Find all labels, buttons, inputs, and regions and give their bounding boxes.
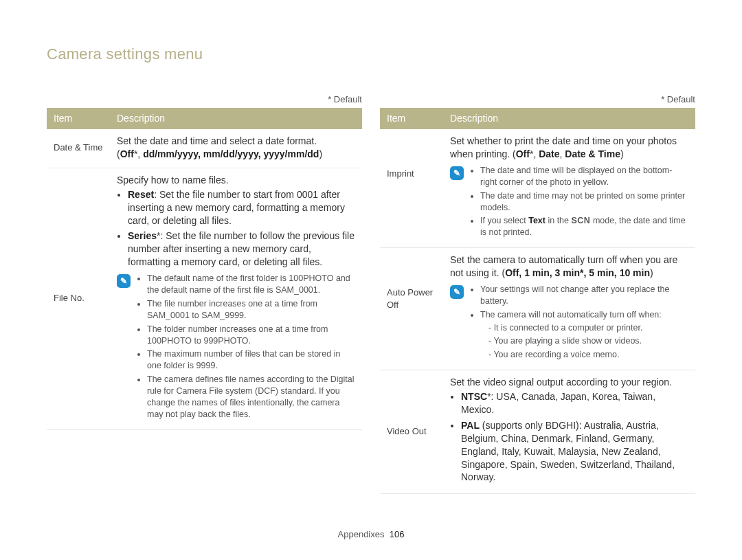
page-footer: Appendixes 106 [0,528,742,541]
row-file-no: File No. Specify how to name files. Rese… [47,168,362,429]
row-auto-power-off: Auto Power Off Set the camera to automat… [380,248,695,370]
file-no-options: Reset: Set the file number to start from… [117,188,355,269]
desc-text: Set the camera to automatically turn off… [450,254,688,280]
page-title: Camera settings menu [47,44,695,65]
right-table: Item Description Imprint Set whether to … [380,108,695,494]
note-icon: ✎ [450,285,464,299]
right-column: * Default Item Description Imprint Set w… [380,93,695,495]
desc-cell: Set the camera to automatically turn off… [443,248,695,370]
sub-list: It is connected to a computer or printer… [480,322,688,361]
page: Camera settings menu * Default Item Desc… [0,0,742,560]
item-label: Video Out [380,370,443,494]
header-desc: Description [443,108,695,129]
item-label: File No. [47,168,110,429]
sub-item: You are playing a slide show or videos. [488,335,688,347]
desc-cell: Set whether to print the date and time o… [443,129,695,248]
row-date-time: Date & Time Set the date and time and se… [47,129,362,168]
left-column: * Default Item Description Date & Time S… [47,93,362,495]
list-item: Reset: Set the file number to start from… [128,188,355,227]
desc-cell: Specify how to name files. Reset: Set th… [110,168,362,429]
desc-text: Set the video signal output according to… [450,376,688,389]
desc-intro: Specify how to name files. [117,174,355,187]
list-item: Series*: Set the file number to follow t… [128,229,355,269]
note-item: The maximum number of files that can be … [147,348,355,372]
header-desc: Description [110,108,362,129]
note-item: The camera will not automatically turn o… [480,309,688,361]
note-block: ✎ Your settings will not change after yo… [450,284,688,363]
note-block: ✎ The date and time will be displayed on… [450,165,688,240]
footer-section: Appendixes [338,529,385,539]
footer-page-number: 106 [390,529,405,539]
default-note-left: * Default [47,93,362,106]
sub-item: You are recording a voice memo. [488,349,688,361]
desc-formats: (Off*, dd/mm/yyyy, mm/dd/yyyy, yyyy/mm/d… [117,148,355,161]
row-video-out: Video Out Set the video signal output ac… [380,370,695,494]
list-item: PAL (supports only BDGHI): Australia, Au… [461,419,688,484]
content-columns: * Default Item Description Date & Time S… [47,93,695,495]
left-table: Item Description Date & Time Set the dat… [47,108,362,429]
note-list: The default name of the first folder is … [137,273,355,423]
table-header: Item Description [47,108,362,129]
header-item: Item [47,108,110,129]
note-list: The date and time will be displayed on t… [471,165,688,240]
note-item: The camera defines file names according … [147,374,355,421]
note-item: If you select Text in the SCN mode, the … [480,215,688,238]
desc-text: Set the date and time and select a date … [117,135,355,148]
item-label: Date & Time [47,129,110,168]
list-item: NTSC*: USA, Canada, Japan, Korea, Taiwan… [461,390,688,416]
note-list: Your settings will not change after you … [471,284,688,363]
header-item: Item [380,108,443,129]
note-block: ✎ The default name of the first folder i… [117,273,355,423]
desc-text: Set whether to print the date and time o… [450,135,688,161]
sub-item: It is connected to a computer or printer… [488,322,688,334]
table-header: Item Description [380,108,695,129]
note-item: The date and time will be displayed on t… [480,165,688,188]
note-icon: ✎ [117,274,131,288]
item-label: Imprint [380,129,443,248]
note-item: Your settings will not change after you … [480,284,688,307]
default-note-right: * Default [380,93,695,106]
note-item: The folder number increases one at a tim… [147,324,355,347]
note-item: The date and time may not be printed on … [480,190,688,214]
video-out-options: NTSC*: USA, Canada, Japan, Korea, Taiwan… [450,390,688,484]
row-imprint: Imprint Set whether to print the date an… [380,129,695,248]
note-icon: ✎ [450,166,464,180]
desc-cell: Set the video signal output according to… [443,370,695,494]
desc-cell: Set the date and time and select a date … [110,129,362,168]
note-item: The default name of the first folder is … [147,273,355,296]
note-item: The file number increases one at a time … [147,298,355,322]
item-label: Auto Power Off [380,248,443,370]
